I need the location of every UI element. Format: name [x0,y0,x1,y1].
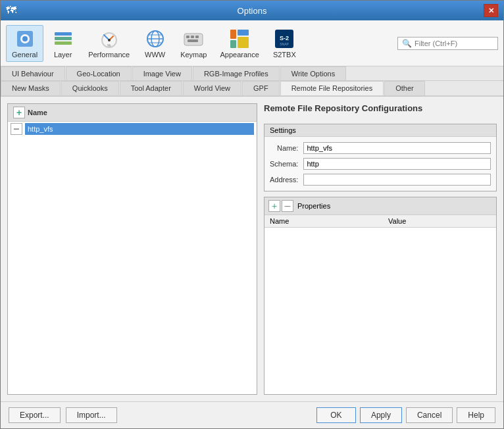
svg-rect-21 [230,40,236,48]
settings-section: Settings Name: Schema: Address: [264,124,497,191]
search-input[interactable] [415,39,493,47]
address-input[interactable] [303,174,491,186]
properties-toolbar: + – Properties [265,197,496,215]
www-icon [145,28,166,49]
svg-rect-16 [191,36,194,38]
address-label: Address: [270,176,298,184]
tab-image-view[interactable]: Image View [132,66,192,80]
tabs-row2: New Masks Quicklooks Tool Adapter World … [1,81,503,97]
svg-rect-3 [55,41,72,45]
tab-rgb-image-profiles[interactable]: RGB-Image Profiles [193,66,280,80]
help-button[interactable]: Help [457,407,495,423]
tab-remote-file-repositories[interactable]: Remote File Repositories [280,81,384,95]
svg-text:SNAP: SNAP [280,42,290,46]
layer-icon [53,28,74,49]
svg-rect-20 [238,30,249,36]
www-label: WWW [145,51,165,59]
performance-icon: % [99,28,120,49]
keymap-icon [183,28,204,49]
s2tbx-label: S2TBX [273,51,296,59]
tab-gpf[interactable]: GPF [242,81,280,95]
svg-rect-5 [55,32,72,36]
window-title: Options [20,6,484,16]
tab-other[interactable]: Other [384,81,425,95]
svg-rect-4 [55,37,72,40]
title-bar: 🗺 Options ✕ [1,1,503,20]
toolbar-item-keymap[interactable]: Keymap [174,25,213,62]
left-panel: + Name – http_vfs [7,103,257,395]
toolbar-item-performance[interactable]: % Performance [82,25,136,62]
toolbar-item-layer[interactable]: Layer [45,25,81,62]
tab-quicklooks[interactable]: Quicklooks [61,81,119,95]
tab-ui-behaviour[interactable]: UI Behaviour [1,66,65,80]
properties-table: Name Value [265,215,496,394]
ok-button[interactable]: OK [316,407,356,423]
search-container: 🔍 [397,37,498,50]
right-panel-title: Remote File Repository Configurations [264,103,497,113]
cancel-button[interactable]: Cancel [406,407,453,423]
toolbar-item-appearance[interactable]: Appearance [214,25,265,62]
schema-input[interactable] [303,158,491,170]
svg-rect-19 [230,30,236,39]
list-item[interactable]: http_vfs [25,123,254,135]
tab-new-masks[interactable]: New Masks [1,81,61,95]
tab-world-view[interactable]: World View [183,81,241,95]
title-bar-controls: ✕ [484,4,498,17]
appearance-label: Appearance [220,51,259,59]
import-button[interactable]: Import... [66,407,117,423]
footer: Export... Import... OK Apply Cancel Help [1,401,503,428]
footer-right: OK Apply Cancel Help [316,407,495,423]
remove-property-button[interactable]: – [282,200,293,212]
general-label: General [12,51,38,59]
properties-title: Properties [295,202,333,210]
main-content: + Name – http_vfs Remote File Repository… [7,103,497,395]
toolbar-item-www[interactable]: WWW [137,25,173,62]
svg-text:%: % [107,43,111,47]
appearance-icon [229,28,250,49]
name-label: Name: [270,144,298,152]
toolbar-item-general[interactable]: General [6,25,43,62]
svg-rect-17 [195,36,199,38]
keymap-label: Keymap [180,51,207,59]
properties-col-name: Name [265,215,383,228]
search-icon: 🔍 [402,39,412,48]
svg-point-7 [108,39,111,41]
svg-rect-18 [188,39,198,42]
performance-label: Performance [88,51,130,59]
settings-grid: Name: Schema: Address: [265,137,496,191]
s2tbx-icon: S-2 SNAP [274,28,295,49]
svg-point-2 [22,36,28,41]
add-repository-button[interactable]: + [13,107,25,118]
properties-body [265,228,496,394]
repository-list: – http_vfs [8,122,257,394]
close-button[interactable]: ✕ [484,4,498,17]
tab-tool-adapter[interactable]: Tool Adapter [120,81,182,95]
list-column-header: Name [28,107,47,118]
export-button[interactable]: Export... [9,407,61,423]
remove-repository-button[interactable]: – [11,123,22,135]
tabs-row1: UI Behaviour Geo-Location Image View RGB… [1,66,503,81]
content-area: + Name – http_vfs Remote File Repository… [1,97,503,401]
add-property-button[interactable]: + [268,200,280,212]
layer-label: Layer [54,51,72,59]
tab-geo-location[interactable]: Geo-Location [66,66,132,80]
svg-text:S-2: S-2 [280,35,289,41]
svg-rect-15 [186,36,189,38]
properties-col-value: Value [383,215,496,228]
footer-left: Export... Import... [9,407,117,423]
settings-title: Settings [265,124,496,137]
tab-write-options[interactable]: Write Options [280,66,346,80]
properties-section: + – Properties Name Value [264,197,497,395]
options-window: 🗺 Options ✕ General [0,0,504,429]
svg-rect-22 [238,37,249,48]
toolbar: General Layer % P [1,20,503,66]
schema-label: Schema: [270,160,298,168]
general-icon [14,28,36,49]
toolbar-item-s2tbx[interactable]: S-2 SNAP S2TBX [266,25,303,62]
right-panel: Remote File Repository Configurations Se… [264,103,497,395]
list-header: + Name [8,104,257,122]
name-input[interactable] [303,142,491,154]
apply-button[interactable]: Apply [360,407,402,423]
